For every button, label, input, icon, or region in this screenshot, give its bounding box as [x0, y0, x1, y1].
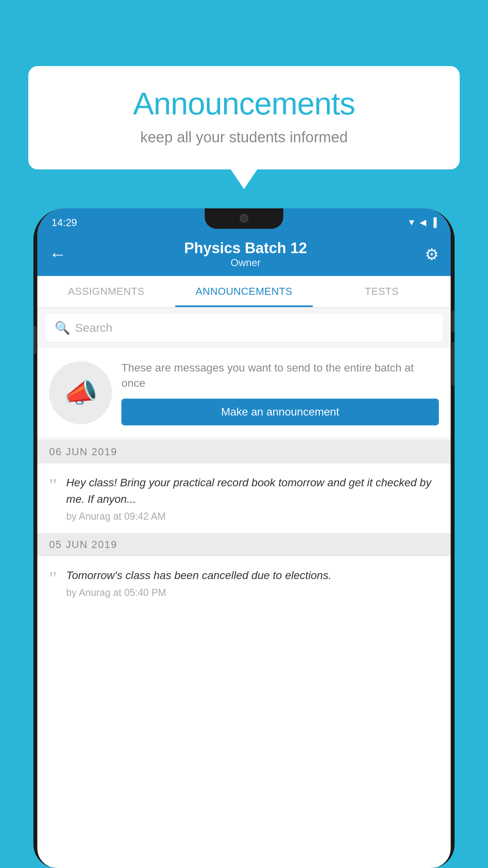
announcement-meta-1: by Anurag at 09:42 AM: [66, 511, 439, 522]
battery-icon: ▐: [430, 217, 437, 228]
settings-button[interactable]: ⚙: [425, 245, 439, 263]
announcement-content-2: Tomorrow's class has been cancelled due …: [66, 567, 439, 598]
announcement-promo: 📣 These are messages you want to send to…: [37, 348, 451, 437]
bubble-subtitle: keep all your students informed: [52, 129, 436, 146]
phone-screen: 14:29 ▼ ◀ ▐ ← Physics Batch 12 Owner ⚙ A…: [37, 208, 451, 868]
search-bar[interactable]: 🔍 Search: [45, 314, 443, 342]
tab-announcements[interactable]: ANNOUNCEMENTS: [175, 276, 313, 307]
power-button-top: [451, 311, 455, 332]
announcement-item-1[interactable]: " Hey class! Bring your practical record…: [37, 463, 451, 533]
announcement-content-1: Hey class! Bring your practical record b…: [66, 474, 439, 522]
promo-right: These are messages you want to send to t…: [121, 360, 439, 425]
announcement-meta-2: by Anurag at 05:40 PM: [66, 587, 439, 598]
status-icons: ▼ ◀ ▐: [407, 217, 437, 228]
phone-notch: [205, 208, 283, 229]
signal-icon: ◀: [420, 217, 426, 228]
batch-title: Physics Batch 12: [184, 240, 307, 257]
tab-tests[interactable]: TESTS: [313, 276, 451, 307]
make-announcement-button[interactable]: Make an announcement: [121, 399, 439, 425]
wifi-icon: ▼: [407, 217, 416, 228]
announcement-text-2: Tomorrow's class has been cancelled due …: [66, 567, 439, 584]
front-camera: [240, 214, 248, 223]
announcement-item-2[interactable]: " Tomorrow's class has been cancelled du…: [37, 556, 451, 609]
app-header: ← Physics Batch 12 Owner ⚙: [37, 233, 451, 276]
back-button[interactable]: ←: [49, 246, 66, 263]
volume-button: [33, 326, 37, 354]
promo-description: These are messages you want to send to t…: [121, 360, 439, 391]
tab-assignments[interactable]: ASSIGNMENTS: [37, 276, 175, 307]
owner-subtitle: Owner: [184, 257, 307, 269]
search-icon: 🔍: [55, 320, 70, 335]
megaphone-icon: 📣: [64, 377, 98, 409]
speech-bubble: Announcements keep all your students inf…: [28, 66, 460, 169]
header-title-group: Physics Batch 12 Owner: [184, 240, 307, 269]
tab-bar: ASSIGNMENTS ANNOUNCEMENTS TESTS: [37, 276, 451, 307]
phone-frame: 14:29 ▼ ◀ ▐ ← Physics Batch 12 Owner ⚙ A…: [33, 208, 455, 868]
status-time: 14:29: [51, 217, 77, 229]
promo-icon-circle: 📣: [49, 361, 112, 424]
announcement-text-1: Hey class! Bring your practical record b…: [66, 474, 439, 508]
date-divider-june6: 06 JUN 2019: [37, 440, 451, 463]
bubble-title: Announcements: [52, 86, 436, 122]
quote-icon-2: ": [49, 569, 57, 588]
quote-icon-1: ": [49, 476, 57, 495]
content-area: 🔍 Search 📣 These are messages you want t…: [37, 307, 451, 609]
power-button-bottom: [451, 342, 455, 385]
search-placeholder: Search: [75, 321, 112, 335]
date-divider-june5: 05 JUN 2019: [37, 533, 451, 556]
